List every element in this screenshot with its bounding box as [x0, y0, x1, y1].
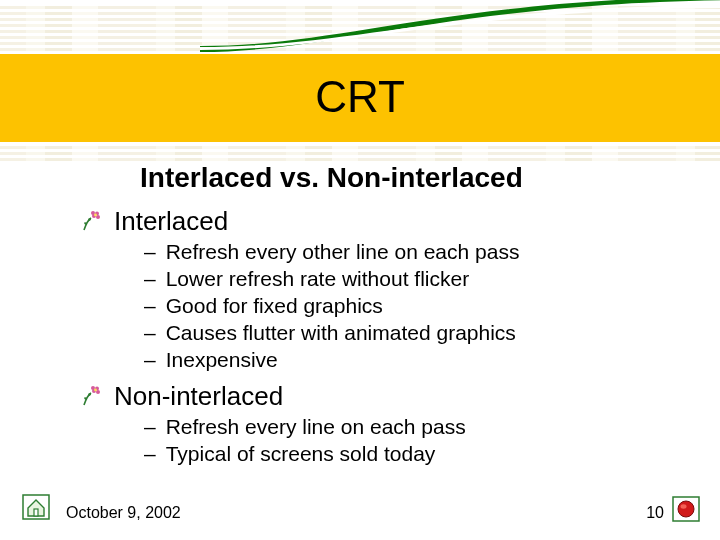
topic-label: Non-interlaced: [114, 381, 283, 412]
decorative-texture: [0, 2, 720, 52]
list-item: –Refresh every other line on each pass: [144, 239, 680, 266]
svg-point-14: [681, 504, 687, 508]
nav-next-icon[interactable]: [672, 496, 700, 522]
flower-bullet-icon: [80, 210, 104, 234]
home-icon[interactable]: [22, 494, 50, 520]
flower-bullet-icon: [80, 385, 104, 409]
list-item: –Refresh every line on each pass: [144, 414, 680, 441]
list-item: –Good for fixed graphics: [144, 293, 680, 320]
sub-list: –Refresh every line on each pass –Typica…: [144, 414, 680, 468]
topic-label: Interlaced: [114, 206, 228, 237]
slide-subtitle: Interlaced vs. Non-interlaced: [140, 162, 523, 194]
topic-heading: Non-interlaced: [80, 381, 680, 412]
svg-point-4: [94, 213, 97, 216]
footer-date: October 9, 2002: [66, 504, 181, 522]
sub-list: –Refresh every other line on each pass –…: [144, 239, 680, 373]
slide-title: CRT: [0, 72, 720, 122]
list-item: –Typical of screens sold today: [144, 441, 680, 468]
svg-point-9: [94, 388, 97, 391]
topic-heading: Interlaced: [80, 206, 680, 237]
svg-rect-11: [34, 509, 38, 516]
slide-body: Interlaced –Refresh every other line on …: [80, 202, 680, 476]
svg-point-13: [678, 501, 694, 517]
slide-footer: October 9, 2002 10: [0, 494, 720, 524]
list-item: –Lower refresh rate without flicker: [144, 266, 680, 293]
list-item: –Causes flutter with animated graphics: [144, 320, 680, 347]
page-number: 10: [646, 504, 664, 522]
decorative-texture: [0, 144, 720, 162]
list-item: –Inexpensive: [144, 347, 680, 374]
